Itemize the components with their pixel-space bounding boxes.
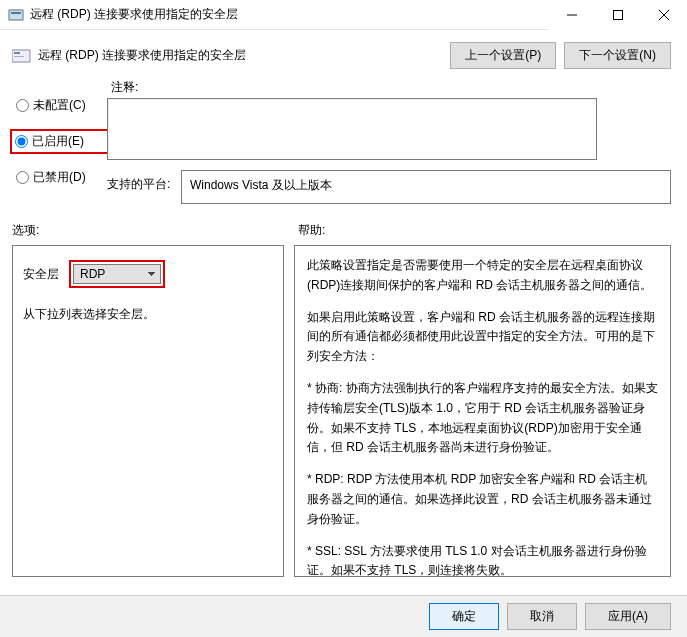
radio-disabled-label: 已禁用(D): [33, 169, 86, 186]
svg-rect-3: [614, 10, 623, 19]
close-button[interactable]: [641, 0, 687, 30]
radio-not-configured[interactable]: 未配置(C): [16, 97, 107, 114]
platform-label: 支持的平台:: [107, 170, 181, 193]
help-text: * 协商: 协商方法强制执行的客户端程序支持的最安全方法。如果支持传输层安全(T…: [307, 379, 658, 458]
window-title: 远程 (RDP) 连接要求使用指定的安全层: [30, 6, 549, 23]
comment-label: 注释:: [107, 79, 671, 96]
security-layer-select[interactable]: RDP: [73, 264, 161, 284]
ok-button[interactable]: 确定: [429, 603, 499, 630]
dialog-footer: 确定 取消 应用(A): [0, 595, 687, 637]
minimize-button[interactable]: [549, 0, 595, 30]
radio-enabled-input[interactable]: [15, 135, 28, 148]
radio-not-configured-label: 未配置(C): [33, 97, 86, 114]
help-text: * RDP: RDP 方法使用本机 RDP 加密安全客户端和 RD 会话主机服务…: [307, 470, 658, 529]
help-text: 此策略设置指定是否需要使用一个特定的安全层在远程桌面协议(RDP)连接期间保护的…: [307, 256, 658, 296]
radio-not-configured-input[interactable]: [16, 99, 29, 112]
prev-setting-button[interactable]: 上一个设置(P): [450, 42, 556, 69]
policy-icon: [8, 7, 24, 23]
help-text: 如果启用此策略设置，客户端和 RD 会话主机服务器的远程连接期间的所有通信都必须…: [307, 308, 658, 367]
titlebar: 远程 (RDP) 连接要求使用指定的安全层: [0, 0, 687, 30]
help-heading: 帮助:: [298, 222, 671, 239]
policy-title: 远程 (RDP) 连接要求使用指定的安全层: [38, 47, 442, 64]
comment-textarea[interactable]: [107, 98, 597, 160]
cancel-button[interactable]: 取消: [507, 603, 577, 630]
svg-rect-0: [9, 10, 23, 20]
security-layer-desc: 从下拉列表选择安全层。: [23, 306, 273, 323]
radio-enabled-label: 已启用(E): [32, 133, 84, 150]
radio-disabled[interactable]: 已禁用(D): [16, 169, 107, 186]
platform-value: Windows Vista 及以上版本: [181, 170, 671, 204]
maximize-button[interactable]: [595, 0, 641, 30]
state-radios: 未配置(C) 已启用(E) 已禁用(D): [16, 79, 107, 204]
radio-disabled-input[interactable]: [16, 171, 29, 184]
next-setting-button[interactable]: 下一个设置(N): [564, 42, 671, 69]
help-pane[interactable]: 此策略设置指定是否需要使用一个特定的安全层在远程桌面协议(RDP)连接期间保护的…: [294, 245, 671, 577]
svg-rect-8: [14, 56, 24, 57]
help-text: * SSL: SSL 方法要求使用 TLS 1.0 对会话主机服务器进行身份验证…: [307, 542, 658, 577]
svg-rect-1: [11, 12, 21, 14]
options-heading: 选项:: [12, 222, 298, 239]
svg-rect-7: [14, 52, 20, 54]
options-pane: 安全层 RDP 从下拉列表选择安全层。: [12, 245, 284, 577]
header-row: 远程 (RDP) 连接要求使用指定的安全层 上一个设置(P) 下一个设置(N): [0, 30, 687, 79]
radio-enabled[interactable]: 已启用(E): [13, 132, 107, 151]
security-layer-label: 安全层: [23, 266, 59, 283]
apply-button[interactable]: 应用(A): [585, 603, 671, 630]
policy-header-icon: [12, 48, 32, 64]
